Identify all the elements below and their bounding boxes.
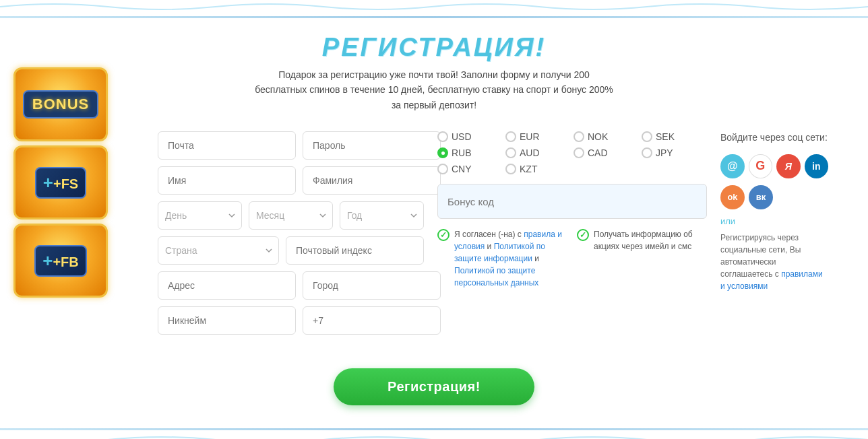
subtitle-text: Подарок за регистрацию уже почти твой! З… bbox=[245, 67, 623, 112]
phone-field[interactable] bbox=[303, 306, 441, 335]
bonus-code-input[interactable] bbox=[437, 184, 707, 219]
currency-jpy[interactable]: JPY bbox=[642, 147, 707, 158]
sek-label: SEK bbox=[656, 131, 675, 142]
email-field[interactable] bbox=[158, 131, 296, 160]
main-content: День Месяц Год Страна bbox=[0, 118, 868, 355]
aud-label: AUD bbox=[520, 147, 540, 158]
currency-rub[interactable]: RUB bbox=[437, 147, 503, 158]
cad-label: CAD bbox=[588, 147, 608, 158]
social-desc: Регистрируясь через социальные сети, Вы … bbox=[720, 232, 828, 292]
personal-data-link[interactable]: Политикой по защите персональных данных bbox=[454, 266, 538, 288]
page-title: РЕГИСТРАЦИЯ! bbox=[0, 33, 868, 62]
currency-nok[interactable]: NOK bbox=[574, 131, 639, 142]
terms-check-icon[interactable] bbox=[437, 229, 450, 241]
city-field[interactable] bbox=[303, 271, 441, 300]
usd-label: USD bbox=[452, 131, 472, 142]
registration-form: День Месяц Год Страна bbox=[158, 131, 424, 341]
radio-jpy bbox=[642, 147, 652, 158]
year-select[interactable]: Год bbox=[340, 201, 424, 230]
email-password-row bbox=[158, 131, 424, 160]
social-icons-row2: ok вк bbox=[720, 185, 828, 209]
badge-bonus: BONUS bbox=[13, 67, 108, 141]
consent-row: Я согласен (-на) с правила и условия и П… bbox=[437, 228, 707, 289]
address-city-row bbox=[158, 271, 424, 300]
promo-check-icon[interactable] bbox=[577, 229, 589, 241]
radio-kzt bbox=[505, 164, 516, 174]
currency-grid: USD EUR NOK SEK RUB bbox=[437, 131, 707, 174]
firstname-field[interactable] bbox=[158, 166, 296, 195]
radio-rub bbox=[437, 147, 448, 158]
kzt-label: KZT bbox=[520, 164, 537, 174]
radio-cny bbox=[437, 164, 448, 174]
lastname-field[interactable] bbox=[303, 166, 441, 195]
password-field[interactable] bbox=[303, 131, 441, 160]
address-field[interactable] bbox=[158, 271, 296, 300]
currency-eur[interactable]: EUR bbox=[505, 131, 571, 142]
radio-aud bbox=[505, 147, 516, 158]
nok-label: NOK bbox=[588, 131, 608, 142]
currency-section: USD EUR NOK SEK RUB bbox=[437, 131, 707, 341]
rub-label: RUB bbox=[452, 147, 472, 158]
or-label: или bbox=[720, 216, 828, 226]
currency-usd[interactable]: USD bbox=[437, 131, 503, 142]
terms-consent: Я согласен (-на) с правила и условия и П… bbox=[437, 228, 567, 289]
nickname-field[interactable] bbox=[158, 306, 296, 335]
country-postal-row: Страна bbox=[158, 236, 424, 265]
currency-cny[interactable]: CNY bbox=[437, 164, 503, 174]
radio-cad bbox=[574, 147, 584, 158]
currency-cad[interactable]: CAD bbox=[574, 147, 639, 158]
vk-social-icon[interactable]: вк bbox=[749, 185, 773, 209]
social-terms-link[interactable]: правилами и условиями bbox=[720, 269, 823, 291]
social-icons-row1: @ G Я in bbox=[720, 154, 828, 178]
postal-field[interactable] bbox=[286, 236, 424, 265]
promo-text: Получать информацию об акциях через имей… bbox=[594, 228, 707, 252]
register-section: Регистрация! bbox=[0, 355, 868, 426]
country-select[interactable]: Страна bbox=[158, 236, 279, 265]
name-row bbox=[158, 166, 424, 195]
currency-kzt[interactable]: KZT bbox=[505, 164, 571, 174]
radio-usd bbox=[437, 131, 448, 142]
odnoklassniki-social-icon[interactable]: ok bbox=[720, 185, 745, 209]
google-social-icon[interactable]: G bbox=[749, 154, 773, 178]
social-title: Войдите через соц сети: bbox=[720, 131, 828, 145]
terms-text: Я согласен (-на) с правила и условия и П… bbox=[454, 228, 567, 289]
jpy-label: JPY bbox=[656, 147, 673, 158]
radio-sek bbox=[642, 131, 652, 142]
currency-sek[interactable]: SEK bbox=[642, 131, 707, 142]
fs-label: ++FS bbox=[35, 167, 86, 199]
day-select[interactable]: День bbox=[158, 201, 242, 230]
yandex-social-icon[interactable]: Я bbox=[776, 154, 801, 178]
radio-eur bbox=[505, 131, 516, 142]
radio-nok bbox=[574, 131, 584, 142]
mail-social-icon[interactable]: @ bbox=[720, 154, 745, 178]
fb-label: ++FB bbox=[34, 245, 87, 277]
linkedin-social-icon[interactable]: in bbox=[805, 154, 829, 178]
cny-label: CNY bbox=[452, 164, 472, 174]
badge-fs: ++FS bbox=[13, 145, 108, 220]
bonus-label: BONUS bbox=[23, 90, 98, 119]
left-panel: BONUS ++FS ++FB bbox=[7, 67, 115, 298]
month-select[interactable]: Месяц bbox=[249, 201, 333, 230]
nickname-phone-row bbox=[158, 306, 424, 335]
dob-row: День Месяц Год bbox=[158, 201, 424, 230]
social-section: Войдите через соц сети: @ G Я in ok вк и… bbox=[720, 131, 828, 341]
register-button[interactable]: Регистрация! bbox=[334, 368, 534, 405]
currency-aud[interactable]: AUD bbox=[505, 147, 571, 158]
promo-consent: Получать информацию об акциях через имей… bbox=[577, 228, 707, 252]
badge-fb: ++FB bbox=[13, 224, 108, 298]
eur-label: EUR bbox=[520, 131, 540, 142]
title-section: РЕГИСТРАЦИЯ! Подарок за регистрацию уже … bbox=[0, 21, 868, 118]
